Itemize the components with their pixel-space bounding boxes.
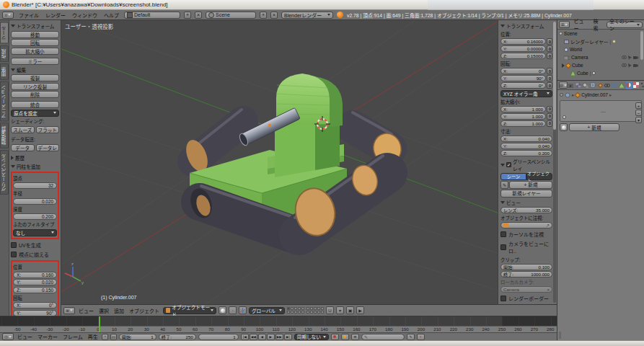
orientation-dropdown[interactable]: グローバル bbox=[249, 307, 285, 314]
menu-render[interactable]: レンダー bbox=[44, 12, 67, 19]
current-frame-line[interactable] bbox=[99, 316, 100, 332]
duplicate-button[interactable]: 複製 bbox=[11, 74, 59, 81]
scene-selector[interactable]: Scene bbox=[206, 12, 256, 19]
gp-object-toggle[interactable]: オブジェクト bbox=[526, 173, 552, 180]
outliner-menu-view[interactable]: ビュー bbox=[572, 17, 589, 32]
material-browse-icon[interactable] bbox=[560, 123, 568, 131]
viewport-menu-add[interactable]: 追加 bbox=[113, 307, 125, 314]
tab-create[interactable]: 作成 bbox=[0, 45, 9, 62]
breadcrumb-object-name[interactable]: Cylinder.007 bbox=[581, 92, 608, 97]
properties-editor-type-icon[interactable]: ▤ bbox=[559, 81, 568, 89]
delete-keyframe-icon[interactable]: × bbox=[417, 334, 425, 340]
gp-new-layer-button[interactable]: 新規レイヤー bbox=[500, 190, 552, 198]
radius-field[interactable]: 0.020 bbox=[13, 198, 57, 205]
camera-to-view-checkbox[interactable]: カメラをビューにロ.. bbox=[500, 240, 552, 254]
tank-model[interactable] bbox=[182, 74, 404, 242]
timeline-menu-frame[interactable]: フレーム bbox=[61, 333, 84, 340]
tab-physics[interactable]: 物理演算 bbox=[0, 123, 9, 148]
outliner-item-cube[interactable]: Cube bbox=[557, 61, 644, 69]
layer-toggle[interactable] bbox=[306, 311, 309, 314]
location-y-field[interactable]: Y:0.020 bbox=[13, 279, 57, 285]
lock-object-field[interactable]: ↗ bbox=[500, 222, 552, 229]
close-layout-button[interactable]: × bbox=[195, 12, 202, 19]
viewport-menu-view[interactable]: ビュー bbox=[77, 307, 95, 314]
data-button[interactable]: データ bbox=[11, 144, 35, 151]
np-scale-x-field[interactable]: X:1.000 bbox=[500, 106, 546, 112]
layer-toggle[interactable] bbox=[310, 307, 313, 310]
layer-toggle[interactable] bbox=[287, 311, 290, 314]
lock-icon[interactable] bbox=[547, 113, 552, 120]
manipulator-icon[interactable] bbox=[239, 306, 247, 314]
np-rot-z-field[interactable]: Z:0° bbox=[500, 82, 546, 89]
smooth-button[interactable]: スムーズ bbox=[11, 126, 35, 133]
timeline-menu-playback[interactable]: 再生 bbox=[87, 333, 100, 340]
layer-toggle[interactable] bbox=[298, 311, 301, 314]
lock-icon[interactable] bbox=[547, 75, 552, 81]
checkbox-checked-icon[interactable]: ✓ bbox=[506, 162, 511, 167]
np-loc-x-field[interactable]: X:0.16000 bbox=[500, 38, 546, 45]
lock-icon[interactable] bbox=[547, 68, 552, 74]
menu-file[interactable]: ファイル bbox=[17, 12, 40, 19]
layer-toggle[interactable] bbox=[301, 311, 304, 314]
add-slot-button[interactable]: + bbox=[635, 102, 642, 109]
lock-icon[interactable] bbox=[547, 45, 552, 52]
add-scene-button[interactable]: + bbox=[260, 12, 267, 19]
outliner-item-cube-data[interactable]: Cube | bbox=[557, 69, 644, 77]
tab-world[interactable] bbox=[590, 81, 596, 89]
keying-grid-icon[interactable]: ⊞ bbox=[351, 334, 359, 340]
clear-icon[interactable]: × bbox=[547, 287, 550, 292]
layer-toggle[interactable] bbox=[306, 307, 309, 310]
render-restrict-icon[interactable] bbox=[633, 63, 638, 67]
snap-magnet-icon[interactable]: U bbox=[326, 306, 334, 314]
layer-toggle[interactable] bbox=[294, 311, 297, 314]
tab-relations[interactable]: 関係 bbox=[0, 63, 9, 80]
move-button[interactable]: 移動 bbox=[11, 31, 59, 38]
flat-button[interactable]: フラット bbox=[36, 126, 60, 133]
keying-set-icon[interactable] bbox=[341, 334, 349, 340]
scale-button[interactable]: 拡大縮小 bbox=[11, 48, 59, 55]
tab-object[interactable] bbox=[597, 81, 604, 89]
clip-end-field[interactable]: 終了:1000.000 bbox=[500, 271, 552, 278]
tab-animation[interactable]: アニメーション bbox=[0, 81, 9, 122]
mirror-button[interactable]: ミラー bbox=[11, 58, 59, 65]
cap-fill-dropdown[interactable]: なし bbox=[13, 229, 57, 236]
current-frame-field[interactable]: 1 bbox=[198, 334, 239, 340]
tab-scene[interactable] bbox=[583, 81, 589, 89]
lock-range-icon[interactable]: ▭ bbox=[110, 334, 117, 340]
lock-icon[interactable] bbox=[547, 106, 552, 112]
remove-slot-button[interactable]: − bbox=[635, 110, 642, 116]
preview-range-icon[interactable]: ◔ bbox=[102, 334, 108, 340]
sync-mode-dropdown[interactable]: 同期しない bbox=[294, 334, 329, 340]
cursor-arrow-icon[interactable] bbox=[628, 63, 632, 68]
np-scale-y-field[interactable]: Y:1.000 bbox=[500, 113, 546, 120]
material-slot-list[interactable]: — bbox=[560, 100, 642, 122]
render-opengl-anim-icon[interactable]: ▶ bbox=[356, 306, 364, 314]
np-dim-y-field[interactable]: Y:0.040 bbox=[500, 143, 552, 149]
panel-header-view[interactable]: ビュー bbox=[500, 199, 552, 206]
rotation-x-field[interactable]: X:0° bbox=[13, 302, 57, 309]
frame-end-field[interactable]: 終了:250 bbox=[159, 334, 196, 340]
tab-data[interactable] bbox=[619, 81, 625, 89]
tab-grease-pencil[interactable]: グリースペンシル bbox=[0, 150, 9, 195]
slot-specials-button[interactable]: ▾ bbox=[635, 117, 642, 123]
snap-element-icon[interactable]: ▾ bbox=[336, 306, 344, 314]
outliner-item-render-layer[interactable]: レンダーレイヤー | bbox=[557, 37, 644, 45]
lock-icon[interactable] bbox=[547, 38, 552, 45]
viewport-shading-icon[interactable] bbox=[219, 306, 226, 314]
np-loc-z-field[interactable]: Z:0.15000 bbox=[500, 53, 546, 59]
render-border-checkbox[interactable]: レンダーボーダー bbox=[500, 295, 552, 302]
tab-texture[interactable] bbox=[633, 81, 640, 89]
record-button[interactable] bbox=[331, 334, 339, 340]
np-rot-x-field[interactable]: X:0° bbox=[500, 68, 546, 74]
set-origin-dropdown[interactable]: 原点を設定 bbox=[11, 110, 59, 117]
np-scale-z-field[interactable]: Z:1.000 bbox=[500, 120, 546, 127]
layer-toggle[interactable] bbox=[287, 307, 290, 310]
timeline-menu-view[interactable]: ビュー bbox=[16, 333, 34, 340]
timeline-ruler[interactable]: -50-40-30-20-100102030405060708090100110… bbox=[0, 326, 557, 332]
editor-type-icon[interactable]: ≡ bbox=[2, 12, 14, 19]
layer-toggle[interactable] bbox=[301, 307, 304, 310]
close-scene-button[interactable]: × bbox=[270, 12, 278, 19]
generate-uv-checkbox[interactable]: UVを生成 bbox=[11, 241, 59, 249]
depth-field[interactable]: 0.200 bbox=[13, 213, 57, 220]
playback-button[interactable]: ▶ bbox=[267, 334, 275, 340]
